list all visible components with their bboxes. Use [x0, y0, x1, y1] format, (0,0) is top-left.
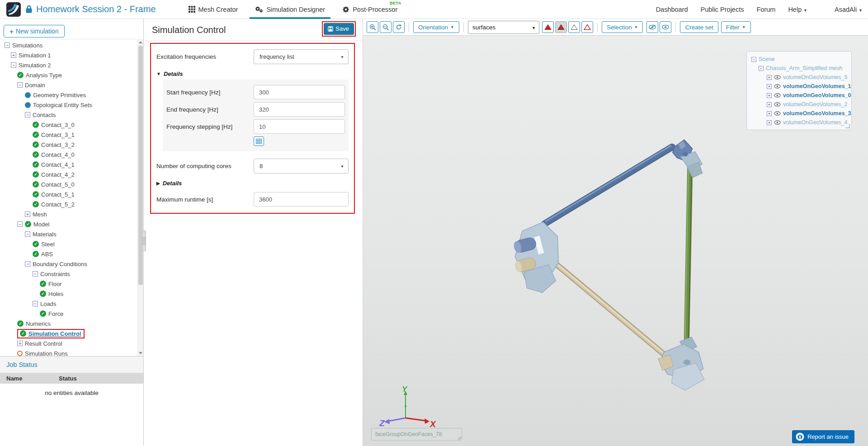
orientation-dropdown[interactable]: Orientation▼: [413, 21, 459, 33]
tree-item-force[interactable]: ✓Force: [0, 309, 137, 319]
sidebar-scrollbar[interactable]: [137, 39, 143, 356]
scene-root-row[interactable]: − Scene: [751, 55, 847, 64]
tree-item-model[interactable]: −✓Model: [0, 219, 137, 229]
collapse-icon[interactable]: −: [33, 301, 38, 306]
expand-icon[interactable]: +: [17, 341, 23, 346]
create-set-button[interactable]: Create set: [680, 21, 718, 33]
tree-item-boundary-conditions[interactable]: −Boundary Conditions: [0, 259, 137, 269]
eye-icon[interactable]: [774, 102, 781, 107]
eye-icon[interactable]: [774, 93, 781, 98]
nav-post-processor[interactable]: Post-Processor BETA: [342, 0, 397, 19]
link-public-projects[interactable]: Public Projects: [701, 6, 744, 13]
user-menu[interactable]: AsadAli ▾: [835, 6, 862, 13]
collapse-icon[interactable]: −: [25, 112, 30, 117]
scroll-down-icon[interactable]: [138, 350, 143, 356]
tree-item-contact-4-0[interactable]: ✓Contact_4_0: [0, 150, 137, 160]
tree-item-contact-3-1[interactable]: ✓Contact_3_1: [0, 130, 137, 140]
eye-icon[interactable]: [774, 84, 781, 89]
eye-icon[interactable]: [774, 120, 781, 125]
clip-wire-red-button[interactable]: [581, 21, 593, 33]
scene-item-volumeongeovolumes_3[interactable]: +volumeOnGeoVolumes_3: [751, 109, 847, 118]
tree-item-simulation-1[interactable]: +Simulation 1: [0, 50, 137, 60]
expand-icon[interactable]: +: [767, 93, 772, 98]
start-frequency-input[interactable]: [254, 85, 345, 99]
tree-item-mesh[interactable]: +Mesh: [0, 209, 137, 219]
tree-item-contact-5-0[interactable]: ✓Contact_5_0: [0, 179, 137, 189]
scene-item-volumeongeovolumes_4[interactable]: +volumeOnGeoVolumes_4: [751, 118, 847, 127]
collapse-icon[interactable]: −: [25, 231, 30, 237]
tree-item-numerics[interactable]: ✓Numerics: [0, 319, 137, 329]
scene-mesh-row[interactable]: − Chassis_Arm_Simplified mesh: [751, 64, 847, 73]
tree-item-geometry-primitives[interactable]: Geometry Primitives: [0, 90, 137, 100]
frequency-table-button[interactable]: [254, 136, 264, 146]
clip-wire-button[interactable]: [568, 21, 580, 33]
nav-simulation-designer[interactable]: Simulation Designer: [255, 0, 325, 19]
tree-item-loads[interactable]: −Loads: [0, 299, 137, 309]
runtime-input[interactable]: [254, 192, 349, 207]
scroll-up-icon[interactable]: [138, 39, 143, 45]
render-mode-select[interactable]: surfaces ▼: [468, 21, 539, 34]
tree-item-contact-5-1[interactable]: ✓Contact_5_1: [0, 189, 137, 199]
hide-selected-button[interactable]: [646, 21, 658, 33]
tree-item-topological-entity-sets[interactable]: Topological Entity Sets: [0, 100, 137, 110]
tree-item-contact-3-0[interactable]: ✓Contact_3_0: [0, 120, 137, 130]
refresh-view-button[interactable]: [393, 21, 405, 33]
collapse-icon[interactable]: −: [759, 66, 764, 71]
face-group-label-box[interactable]: faceGroupOnGeoFaces_78: [371, 428, 462, 441]
help-menu[interactable]: Help ▾: [788, 6, 807, 13]
resize-grip-icon[interactable]: [845, 124, 850, 128]
collapse-icon[interactable]: −: [751, 57, 756, 62]
tree-item-holes[interactable]: ✓Holes: [0, 289, 137, 299]
tree-item-simulation-runs[interactable]: Simulation Runs: [0, 348, 137, 356]
tree-item-analysis-type[interactable]: ✓Analysis Type: [0, 70, 137, 80]
tree-item-simulation-control[interactable]: ✓Simulation Control: [0, 329, 137, 338]
expand-icon[interactable]: +: [767, 84, 772, 89]
tree-item-steel[interactable]: ✓Steel: [0, 239, 137, 249]
details-collapsed-toggle[interactable]: ▶ Details: [156, 180, 349, 187]
expand-icon[interactable]: +: [11, 52, 16, 58]
collapse-icon[interactable]: −: [17, 221, 23, 227]
new-simulation-button[interactable]: + New simulation: [4, 25, 65, 38]
details-expanded-toggle[interactable]: ▼ Details: [156, 70, 349, 77]
collapse-icon[interactable]: −: [5, 42, 10, 48]
collapse-icon[interactable]: −: [11, 62, 16, 68]
collapse-icon[interactable]: −: [17, 82, 23, 88]
eye-icon[interactable]: [774, 75, 781, 80]
expand-icon[interactable]: +: [767, 75, 772, 80]
scene-item-volumeongeovolumes_5[interactable]: +volumeOnGeoVolumes_5: [751, 73, 847, 82]
collapse-icon[interactable]: −: [33, 271, 38, 277]
expand-icon[interactable]: +: [767, 102, 772, 107]
collapse-icon[interactable]: −: [25, 261, 30, 267]
filter-dropdown[interactable]: Filter▼: [721, 21, 751, 33]
link-forum[interactable]: Forum: [756, 6, 775, 13]
tree-item-simulation-2[interactable]: −Simulation 2: [0, 60, 137, 70]
excitation-select[interactable]: frequency list ▼: [254, 49, 349, 64]
resize-grip-icon[interactable]: [457, 436, 461, 440]
tree-item-contacts[interactable]: −Contacts: [0, 110, 137, 120]
tree-item-result-control[interactable]: +Result Control: [0, 338, 137, 348]
tree-item-simulations[interactable]: −Simulations: [0, 40, 137, 50]
expand-icon[interactable]: +: [767, 120, 772, 125]
save-button[interactable]: Save: [324, 23, 354, 35]
frequency-stepping-input[interactable]: [254, 119, 345, 134]
clip-solid-outline-button[interactable]: [555, 21, 567, 33]
zoom-out-button[interactable]: [380, 21, 392, 33]
tree-item-floor[interactable]: ✓Floor: [0, 279, 137, 289]
panel-resize-handle[interactable]: [142, 230, 146, 251]
report-issue-button[interactable]: Report an issue: [792, 430, 854, 443]
show-all-button[interactable]: [660, 21, 671, 33]
expand-icon[interactable]: +: [25, 211, 30, 217]
tree-item-contact-3-2[interactable]: ✓Contact_3_2: [0, 140, 137, 150]
scene-item-volumeongeovolumes_2[interactable]: +volumeOnGeoVolumes_2: [751, 100, 847, 109]
scene-item-volumeongeovolumes_1[interactable]: +volumeOnGeoVolumes_1: [751, 82, 847, 91]
nav-mesh-creator[interactable]: Mesh Creator: [189, 0, 238, 19]
tree-item-materials[interactable]: −Materials: [0, 229, 137, 239]
cores-select[interactable]: 8 ▼: [254, 159, 349, 174]
clip-solid-button[interactable]: [542, 21, 554, 33]
end-frequency-input[interactable]: [254, 102, 345, 117]
tree-item-contact-4-1[interactable]: ✓Contact_4_1: [0, 160, 137, 169]
eye-icon[interactable]: [774, 111, 781, 116]
tree-item-abs[interactable]: ✓ABS: [0, 249, 137, 259]
tree-item-constraints[interactable]: −Constraints: [0, 269, 137, 279]
selection-dropdown[interactable]: Selection▼: [602, 21, 643, 33]
